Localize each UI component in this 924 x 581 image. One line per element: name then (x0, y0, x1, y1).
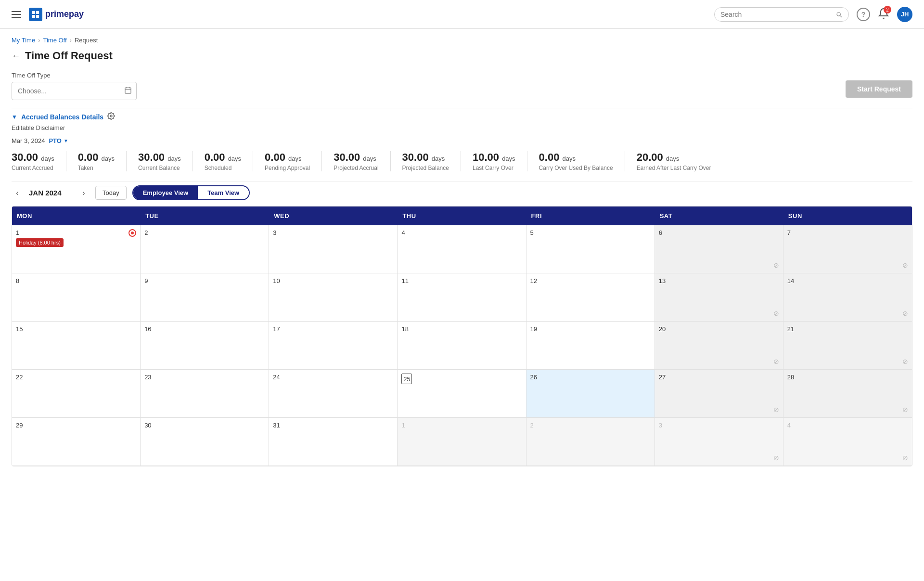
page-title: Time Off Request (25, 50, 113, 62)
calendar-day-cell[interactable]: 26 (526, 370, 655, 418)
page-title-row: ← Time Off Request (12, 50, 912, 62)
calendar-day-cell[interactable]: 17 (269, 322, 398, 370)
no-select-icon: ⊘ (773, 406, 779, 413)
header-left: primepay (12, 8, 84, 21)
calendar-date: 1 (16, 229, 136, 236)
calendar-day-cell[interactable]: 16 (141, 322, 269, 370)
calendar-day-cell[interactable]: 9 (141, 273, 269, 322)
calendar: MONTUEWEDTHUFRISATSUN 1Holiday (8.00 hrs… (12, 206, 912, 466)
search-box[interactable] (714, 7, 849, 22)
no-select-icon: ⊘ (902, 310, 908, 317)
accrued-title[interactable]: Accrued Balances Details (21, 113, 103, 121)
calendar-date: 9 (144, 277, 265, 284)
calendar-day-cell[interactable]: 2 (141, 225, 269, 273)
stat-unit: days (41, 155, 54, 162)
stat-label: Last Carry Over (473, 165, 515, 171)
main-content: My Time › Time Off › Request ← Time Off … (0, 29, 924, 581)
calendar-day-cell[interactable]: 20⊘ (655, 322, 783, 370)
calendar-date: 30 (144, 422, 265, 429)
no-select-icon: ⊘ (902, 454, 908, 462)
calendar-day-cell[interactable]: 14⊘ (783, 273, 912, 322)
calendar-day-cell[interactable]: 31 (269, 418, 398, 466)
calendar-date: 28 (787, 374, 908, 381)
calendar-day-cell[interactable]: 3⊘ (655, 418, 783, 466)
avatar[interactable]: JH (897, 7, 912, 22)
stat-value: 30.00 days (138, 151, 181, 164)
calendar-day-cell[interactable]: 25 (398, 370, 526, 418)
start-request-button[interactable]: Start Request (846, 80, 912, 98)
calendar-day-cell[interactable]: 30 (141, 418, 269, 466)
date-pto-row: Mar 3, 2024 PTO ▼ (12, 137, 912, 144)
breadcrumb-my-time[interactable]: My Time (12, 37, 35, 44)
breadcrumb-request: Request (75, 37, 98, 44)
app-header: primepay ? 2 JH (0, 0, 924, 29)
calendar-day-cell[interactable]: 28⊘ (783, 370, 912, 418)
pto-badge[interactable]: PTO ▼ (49, 137, 68, 144)
calendar-day-cell[interactable]: 21⊘ (783, 322, 912, 370)
prev-month-arrow[interactable]: ‹ (12, 187, 23, 199)
team-view-button[interactable]: Team View (198, 186, 249, 199)
back-arrow-icon[interactable]: ← (12, 51, 20, 61)
notification-icon[interactable]: 2 (878, 8, 889, 21)
stat-unit: days (363, 155, 376, 162)
calendar-date: 6 (659, 229, 779, 236)
svg-rect-3 (36, 14, 39, 17)
calendar-day-cell[interactable]: 15 (12, 322, 141, 370)
stat-value: 30.00 days (12, 151, 54, 164)
calendar-day-cell[interactable]: 7⊘ (783, 225, 912, 273)
calendar-day-cell[interactable]: 2 (526, 418, 655, 466)
calendar-day-header: SAT (655, 207, 783, 225)
search-icon (835, 11, 843, 18)
breadcrumb-sep-1: › (38, 37, 40, 44)
calendar-day-cell[interactable]: 3 (269, 225, 398, 273)
accrued-toggle-icon[interactable]: ▼ (12, 114, 17, 120)
settings-icon[interactable] (107, 112, 115, 121)
form-section: Time Off Type Start Request (12, 72, 912, 100)
calendar-header: MONTUEWEDTHUFRISATSUN (12, 207, 912, 225)
svg-rect-2 (32, 14, 35, 17)
calendar-date: 19 (530, 325, 651, 333)
calendar-date: 20 (659, 325, 779, 333)
calendar-date: 2 (144, 229, 265, 236)
stat-label: Projected Accrual (334, 165, 378, 171)
calendar-day-cell[interactable]: 5 (526, 225, 655, 273)
calendar-day-cell[interactable]: 1 (398, 418, 526, 466)
calendar-day-cell[interactable]: 23 (141, 370, 269, 418)
calendar-body: 1Holiday (8.00 hrs)23456⊘7⊘8910111213⊘14… (12, 225, 912, 466)
calendar-divider (12, 181, 912, 181)
calendar-date: 31 (273, 422, 393, 429)
calendar-date: 16 (144, 325, 265, 333)
calendar-day-cell[interactable]: 10 (269, 273, 398, 322)
calendar-date: 26 (530, 374, 651, 381)
notification-badge: 2 (884, 6, 891, 13)
calendar-day-cell[interactable]: 27⊘ (655, 370, 783, 418)
calendar-day-cell[interactable]: 4⊘ (783, 418, 912, 466)
no-select-icon: ⊘ (902, 406, 908, 413)
svg-rect-1 (36, 11, 39, 13)
menu-icon[interactable] (12, 11, 21, 18)
stat-item: 0.00 daysCarry Over Used By Balance (539, 151, 625, 171)
employee-view-button[interactable]: Employee View (133, 186, 198, 199)
calendar-day-cell[interactable]: 12 (526, 273, 655, 322)
pto-chevron-icon: ▼ (64, 138, 68, 143)
view-toggle: Employee View Team View (132, 185, 250, 200)
calendar-day-cell[interactable]: 4 (398, 225, 526, 273)
breadcrumb-time-off[interactable]: Time Off (43, 37, 66, 44)
calendar-day-cell[interactable]: 24 (269, 370, 398, 418)
calendar-day-cell[interactable]: 11 (398, 273, 526, 322)
calendar-day-cell[interactable]: 1Holiday (8.00 hrs) (12, 225, 141, 273)
today-button[interactable]: Today (95, 186, 127, 200)
calendar-day-cell[interactable]: 6⊘ (655, 225, 783, 273)
next-month-arrow[interactable]: › (78, 187, 90, 199)
calendar-date: 29 (16, 422, 136, 429)
calendar-day-cell[interactable]: 8 (12, 273, 141, 322)
calendar-day-cell[interactable]: 19 (526, 322, 655, 370)
help-icon[interactable]: ? (857, 8, 870, 21)
calendar-day-cell[interactable]: 13⊘ (655, 273, 783, 322)
search-input[interactable] (720, 11, 832, 18)
calendar-day-cell[interactable]: 18 (398, 322, 526, 370)
time-off-type-input[interactable] (12, 82, 137, 100)
calendar-day-cell[interactable]: 29 (12, 418, 141, 466)
stat-label: Taken (78, 165, 115, 171)
calendar-day-cell[interactable]: 22 (12, 370, 141, 418)
